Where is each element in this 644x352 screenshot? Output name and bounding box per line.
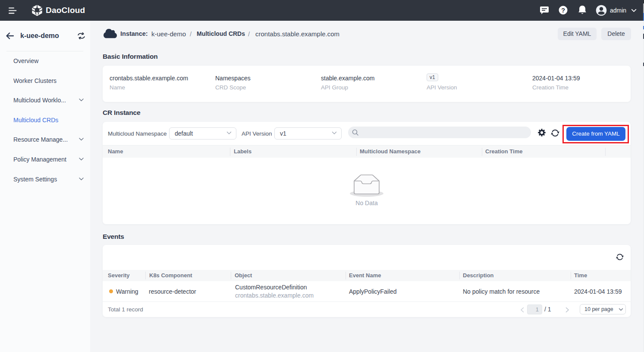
svg-text:?: ? (561, 6, 565, 14)
